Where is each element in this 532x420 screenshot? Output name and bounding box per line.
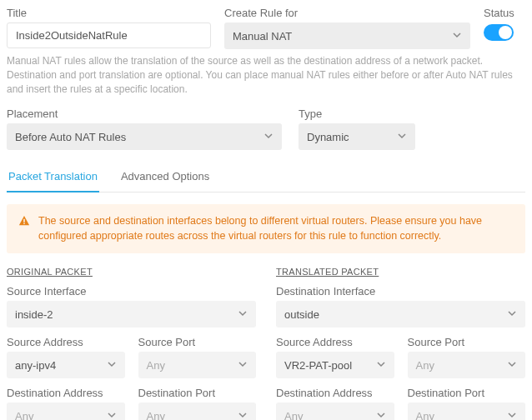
warning-icon — [18, 215, 30, 227]
trans-dst-addr-select[interactable]: Any — [276, 402, 394, 420]
orig-src-if-value: inside-2 — [15, 308, 53, 321]
chevron-down-icon — [107, 359, 117, 372]
trans-dst-port-select[interactable]: Any — [408, 402, 526, 420]
trans-src-port-label: Source Port — [408, 336, 526, 348]
title-label: Title — [7, 7, 211, 19]
orig-dst-addr-value: Any — [15, 410, 33, 420]
chevron-down-icon — [238, 410, 248, 420]
alert-banner: The source and destination interfaces be… — [7, 204, 525, 253]
original-head: ORIGINAL PACKET — [7, 267, 256, 277]
tab-packet-translation[interactable]: Packet Translation — [7, 163, 99, 192]
chevron-down-icon — [507, 308, 517, 321]
trans-dst-addr-label: Destination Address — [276, 387, 394, 399]
translated-packet-section: TRANSLATED PACKET Destination Interface … — [276, 267, 525, 420]
orig-src-port-label: Source Port — [138, 336, 257, 348]
trans-src-addr-select[interactable]: VR2-PAT-pool — [276, 352, 394, 378]
trans-dst-if-select[interactable]: outside — [276, 301, 525, 328]
trans-dst-if-label: Destination Interface — [276, 285, 525, 298]
orig-src-port-select[interactable]: Any — [138, 352, 257, 378]
orig-src-addr-select[interactable]: any-ipv4 — [7, 352, 125, 378]
orig-dst-addr-select[interactable]: Any — [7, 402, 125, 420]
placement-select[interactable]: Before Auto NAT Rules — [7, 123, 282, 150]
chevron-down-icon — [107, 410, 117, 420]
rulefor-label: Create Rule for — [224, 7, 470, 19]
trans-src-addr-value: VR2-PAT-pool — [284, 359, 352, 372]
chevron-down-icon — [238, 359, 248, 372]
chevron-down-icon — [507, 410, 517, 420]
chevron-down-icon — [263, 131, 274, 143]
chevron-down-icon — [376, 410, 386, 420]
orig-src-if-select[interactable]: inside-2 — [7, 301, 256, 328]
placement-label: Placement — [7, 108, 282, 120]
chevron-down-icon — [397, 131, 407, 143]
orig-src-port-value: Any — [147, 359, 165, 372]
type-select[interactable]: Dynamic — [299, 123, 415, 150]
type-value: Dynamic — [307, 131, 349, 143]
trans-src-addr-label: Source Address — [276, 336, 394, 348]
trans-src-port-value: Any — [416, 359, 434, 372]
orig-src-addr-value: any-ipv4 — [15, 359, 56, 372]
title-input[interactable] — [7, 22, 211, 48]
trans-dst-port-label: Destination Port — [408, 387, 526, 399]
svg-rect-1 — [23, 223, 24, 224]
placement-value: Before Auto NAT Rules — [15, 131, 126, 143]
original-packet-section: ORIGINAL PACKET Source Interface inside-… — [7, 267, 256, 420]
orig-src-if-label: Source Interface — [7, 285, 256, 298]
chevron-down-icon — [452, 30, 462, 42]
trans-dst-addr-value: Any — [284, 410, 303, 420]
chevron-down-icon — [376, 359, 386, 372]
tab-advanced-options[interactable]: Advanced Options — [119, 163, 211, 192]
chevron-down-icon — [507, 359, 517, 372]
translated-head: TRANSLATED PACKET — [276, 267, 525, 277]
svg-rect-0 — [23, 219, 24, 222]
alert-text: The source and destination interfaces be… — [38, 214, 514, 243]
rulefor-value: Manual NAT — [233, 30, 292, 42]
orig-src-addr-label: Source Address — [7, 336, 125, 348]
rulefor-select[interactable]: Manual NAT — [224, 22, 470, 49]
status-label: Status — [484, 7, 514, 19]
orig-dst-port-label: Destination Port — [138, 387, 257, 399]
trans-src-port-select[interactable]: Any — [408, 352, 526, 378]
type-label: Type — [299, 108, 415, 120]
orig-dst-port-value: Any — [147, 410, 165, 420]
chevron-down-icon — [238, 308, 248, 321]
trans-dst-port-value: Any — [416, 410, 434, 420]
help-text: Manual NAT rules allow the translation o… — [7, 54, 525, 96]
orig-dst-addr-label: Destination Address — [7, 387, 125, 399]
tabs: Packet Translation Advanced Options — [7, 163, 525, 192]
status-toggle[interactable] — [484, 24, 514, 41]
trans-dst-if-value: outside — [284, 308, 319, 321]
orig-dst-port-select[interactable]: Any — [138, 402, 257, 420]
